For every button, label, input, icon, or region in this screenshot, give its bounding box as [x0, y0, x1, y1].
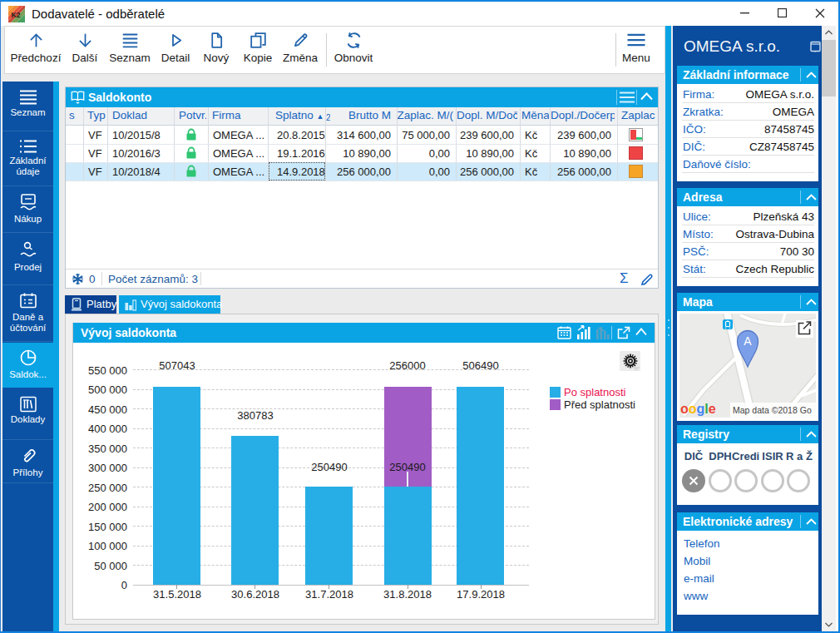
svg-text:K2: K2	[12, 11, 21, 19]
svg-text:A: A	[744, 334, 752, 348]
svg-text:Map data ©2018 Go: Map data ©2018 Go	[733, 405, 812, 415]
svg-text:oogle: oogle	[680, 402, 716, 416]
